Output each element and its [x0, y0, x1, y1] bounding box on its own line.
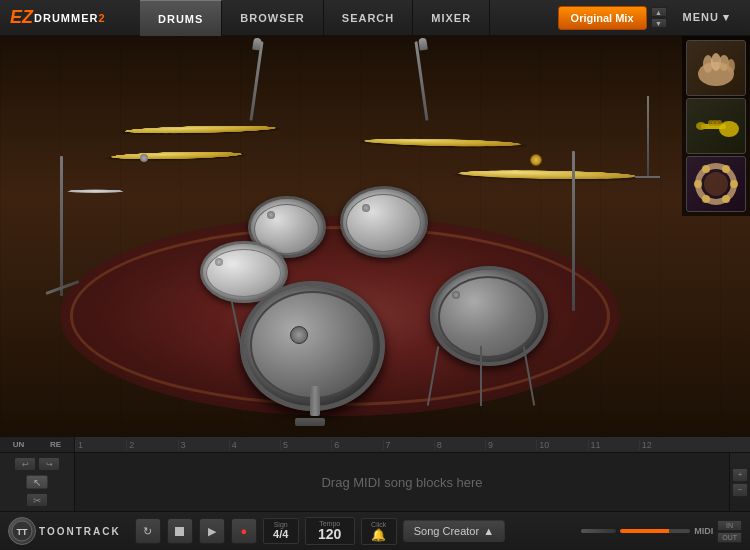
svg-point-15 — [702, 165, 710, 173]
logo-ez: EZ — [10, 7, 33, 28]
tom-2-indicator — [362, 204, 370, 212]
scroll-down-button[interactable]: − — [732, 483, 748, 497]
kick-pedal[interactable] — [295, 386, 335, 426]
tom-2-head — [346, 194, 421, 252]
ride-bell — [530, 154, 542, 166]
svg-text:TT: TT — [17, 527, 28, 537]
ruler-mark-4: 4 — [229, 440, 280, 450]
song-track-bar: UN RE 1 2 3 4 5 6 7 8 9 10 11 12 ↩ ↪ ↖ ✂ — [0, 436, 750, 511]
tab-drums[interactable]: DRUMS — [140, 0, 222, 36]
undo-redo-buttons: ↩ ↪ — [14, 457, 60, 471]
tab-browser[interactable]: BROWSER — [222, 0, 323, 36]
timeline-ruler: UN RE 1 2 3 4 5 6 7 8 9 10 11 12 — [0, 437, 750, 453]
top-nav-bar: EZ DRUMMER 2 DRUMS BROWSER SEARCH MIXER … — [0, 0, 750, 36]
ruler-mark-8: 8 — [434, 440, 485, 450]
ruler-mark-5: 5 — [280, 440, 331, 450]
logo-2: 2 — [98, 12, 104, 24]
svg-point-17 — [702, 195, 710, 203]
song-creator-button[interactable]: Song Creator ▲ — [403, 520, 505, 542]
click-icon: 🔔 — [371, 528, 386, 542]
snare-head — [206, 249, 281, 297]
drum-kit-area — [0, 36, 750, 436]
ruler-mark-6: 6 — [331, 440, 382, 450]
track-controls-left: ↩ ↪ ↖ ✂ — [0, 453, 75, 511]
right-mic-stand — [630, 96, 665, 196]
side-instruments-panel — [682, 36, 750, 216]
ruler-mark-1: 1 — [75, 440, 126, 450]
midi-out-button[interactable]: OUT — [717, 532, 742, 543]
tab-search[interactable]: SEARCH — [324, 0, 413, 36]
record-icon: ● — [240, 525, 247, 537]
record-button[interactable]: ● — [231, 518, 257, 544]
volume-slider[interactable] — [620, 529, 690, 533]
arrow-tool-button[interactable]: ↖ — [26, 475, 48, 489]
volume-slider-left[interactable] — [581, 529, 616, 533]
preset-area: Original Mix ▲ ▼ MENU ▾ — [550, 6, 750, 30]
svg-point-14 — [730, 180, 738, 188]
ruler-mark-9: 9 — [485, 440, 536, 450]
svg-point-18 — [722, 195, 730, 203]
drag-hint-text: Drag MIDI song blocks here — [321, 475, 482, 490]
redo-button[interactable]: ↪ — [38, 457, 60, 471]
loop-button[interactable]: ↻ — [135, 518, 161, 544]
undo-label: UN — [13, 440, 25, 449]
stop-button[interactable] — [167, 518, 193, 544]
menu-button[interactable]: MENU ▾ — [671, 11, 742, 24]
snare-indicator — [215, 258, 223, 266]
nav-tabs: DRUMS BROWSER SEARCH MIXER — [140, 0, 550, 36]
time-sig-label: Sign — [274, 521, 288, 528]
ruler-marks: 1 2 3 4 5 6 7 8 9 10 11 12 — [75, 440, 690, 450]
scroll-up-button[interactable]: + — [732, 468, 748, 482]
scroll-buttons: + − — [730, 466, 750, 499]
hihat-top-indicator — [140, 154, 148, 162]
redo-label: RE — [50, 440, 61, 449]
ruler-mark-7: 7 — [383, 440, 434, 450]
ruler-mark-3: 3 — [178, 440, 229, 450]
mic-capsule-right — [418, 38, 428, 51]
click-label: Click — [371, 521, 386, 528]
preset-arrows: ▲ ▼ — [651, 7, 667, 28]
bass-drum-hole — [290, 326, 308, 344]
tempo-area[interactable]: Tempo 120 — [305, 517, 355, 545]
midi-label: MIDI — [694, 526, 713, 536]
song-creator-arrow-icon: ▲ — [483, 525, 494, 537]
tempo-value: 120 — [318, 527, 341, 542]
hihat-stand-pole — [60, 156, 63, 296]
song-creator-label: Song Creator — [414, 525, 479, 537]
click-area[interactable]: Click 🔔 — [361, 518, 397, 545]
track-content: ↩ ↪ ↖ ✂ Drag MIDI song blocks here + − — [0, 453, 750, 511]
svg-point-10 — [712, 120, 718, 126]
midi-in-out: IN OUT — [717, 520, 742, 543]
preset-button[interactable]: Original Mix — [558, 6, 647, 30]
play-button[interactable]: ▶ — [199, 518, 225, 544]
svg-point-4 — [727, 59, 735, 73]
side-instrument-2[interactable] — [686, 98, 746, 154]
stop-icon — [175, 527, 184, 536]
midi-in-button[interactable]: IN — [717, 520, 742, 531]
side-instrument-3[interactable] — [686, 156, 746, 212]
toontrack-text: TOONTRACK — [39, 526, 121, 537]
toontrack-logo: TT TOONTRACK — [8, 517, 121, 545]
time-signature[interactable]: Sign 4/4 — [263, 518, 299, 543]
scissor-tool-button[interactable]: ✂ — [26, 493, 48, 507]
svg-point-13 — [694, 180, 702, 188]
floor-tom-indicator — [452, 291, 460, 299]
side-instrument-1[interactable] — [686, 40, 746, 96]
logo-drummer: DRUMMER — [34, 12, 98, 24]
ruler-mark-2: 2 — [126, 440, 177, 450]
ruler-mark-10: 10 — [536, 440, 587, 450]
app-logo: EZ DRUMMER 2 — [0, 7, 140, 28]
ride-stand-pole — [572, 151, 575, 311]
bass-drum-head — [250, 291, 375, 399]
tom-1-indicator — [267, 211, 275, 219]
svg-point-12 — [704, 172, 728, 196]
toontrack-circle-logo: TT — [8, 517, 36, 545]
undo-button[interactable]: ↩ — [14, 457, 36, 471]
drag-midi-zone[interactable]: Drag MIDI song blocks here — [75, 453, 730, 511]
tab-mixer[interactable]: MIXER — [413, 0, 490, 36]
preset-up-button[interactable]: ▲ — [651, 7, 667, 17]
mic-capsule-left — [252, 38, 262, 51]
svg-point-16 — [722, 165, 730, 173]
svg-point-7 — [696, 122, 706, 130]
preset-down-button[interactable]: ▼ — [651, 18, 667, 28]
